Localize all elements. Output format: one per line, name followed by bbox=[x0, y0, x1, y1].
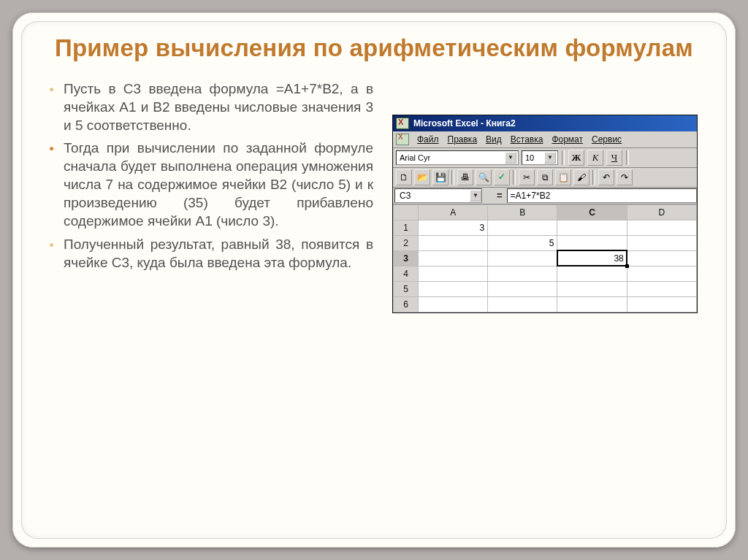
toolbar-separator bbox=[513, 170, 516, 185]
col-header-A[interactable]: A bbox=[419, 204, 488, 220]
slide-content: Пример вычисления по арифметическим форм… bbox=[21, 21, 727, 539]
cell-D1[interactable] bbox=[627, 220, 696, 235]
row-header-3[interactable]: 3 bbox=[394, 250, 419, 266]
excel-column: Microsoft Excel - Книга2 Файл Правка Вид… bbox=[392, 80, 698, 313]
spreadsheet-grid: A B C D 1 3 bbox=[393, 204, 697, 312]
slide-frame: Пример вычисления по арифметическим форм… bbox=[12, 12, 736, 548]
cell-D3[interactable] bbox=[627, 250, 696, 266]
cell-A4[interactable] bbox=[419, 266, 488, 281]
bullet-item: Пусть в С3 введена формула =А1+7*В2, а в… bbox=[47, 80, 373, 134]
formula-value: =A1+7*B2 bbox=[511, 191, 551, 201]
spellcheck-icon[interactable]: ✓ bbox=[494, 169, 510, 185]
cell-D5[interactable] bbox=[627, 281, 696, 296]
row-header-1[interactable]: 1 bbox=[394, 220, 419, 235]
font-toolbar: Arial Cyr ▼ 10 ▼ Ж К Ч bbox=[393, 148, 697, 168]
formula-input[interactable]: =A1+7*B2 bbox=[507, 188, 697, 203]
cell-B2[interactable]: 5 bbox=[488, 235, 557, 250]
format-painter-icon[interactable]: 🖌 bbox=[573, 169, 589, 185]
cell-A3[interactable] bbox=[419, 250, 488, 266]
excel-window: Microsoft Excel - Книга2 Файл Правка Вид… bbox=[392, 115, 698, 313]
cell-B5[interactable] bbox=[488, 281, 557, 296]
menu-file[interactable]: Файл bbox=[413, 133, 443, 146]
bullet-item: Тогда при вычислении по заданной формуле… bbox=[47, 139, 373, 230]
chevron-down-icon[interactable]: ▼ bbox=[470, 190, 481, 202]
content-columns: Пусть в С3 введена формула =А1+7*В2, а в… bbox=[47, 80, 701, 313]
redo-icon[interactable]: ↷ bbox=[617, 169, 633, 185]
text-column: Пусть в С3 введена формула =А1+7*В2, а в… bbox=[47, 80, 373, 276]
cell-D2[interactable] bbox=[627, 235, 696, 250]
toolbar-separator bbox=[592, 170, 595, 185]
excel-window-title: Microsoft Excel - Книга2 bbox=[413, 118, 516, 129]
copy-icon[interactable]: ⧉ bbox=[537, 169, 553, 185]
excel-menubar: Файл Правка Вид Вставка Формат Сервис bbox=[393, 131, 697, 148]
equals-sign: = bbox=[497, 190, 503, 201]
sheet-table: A B C D 1 3 bbox=[393, 204, 697, 312]
col-header-B[interactable]: B bbox=[488, 204, 557, 220]
paste-icon[interactable]: 📋 bbox=[555, 169, 571, 185]
cell-C2[interactable] bbox=[557, 235, 627, 250]
new-file-icon[interactable]: 🗋 bbox=[396, 169, 412, 185]
cell-A1[interactable]: 3 bbox=[419, 220, 488, 235]
cell-B3[interactable] bbox=[488, 250, 557, 266]
open-file-icon[interactable]: 📂 bbox=[414, 169, 430, 185]
cell-A2[interactable] bbox=[419, 235, 488, 250]
underline-button[interactable]: Ч bbox=[606, 150, 622, 166]
cell-D6[interactable] bbox=[627, 296, 696, 312]
select-all-corner[interactable] bbox=[394, 204, 419, 220]
standard-toolbar: 🗋 📂 💾 🖶 🔍 ✓ ✂ ⧉ 📋 🖌 ↶ bbox=[393, 168, 697, 188]
undo-icon[interactable]: ↶ bbox=[598, 169, 614, 185]
bullet-item: Полученный результат, равный 38, появитс… bbox=[47, 235, 373, 272]
equals-zone: = =A1+7*B2 bbox=[484, 188, 697, 203]
formula-bar: C3 ▼ = =A1+7*B2 bbox=[393, 188, 697, 204]
name-box-value: C3 bbox=[400, 191, 411, 201]
row-header-5[interactable]: 5 bbox=[394, 281, 419, 296]
cell-A6[interactable] bbox=[419, 296, 488, 312]
excel-icon bbox=[396, 118, 409, 129]
preview-icon[interactable]: 🔍 bbox=[476, 169, 492, 185]
font-size-value: 10 bbox=[525, 153, 534, 162]
toolbar-separator bbox=[626, 150, 629, 165]
row-header-2[interactable]: 2 bbox=[394, 235, 419, 250]
slide-title: Пример вычисления по арифметическим форм… bbox=[47, 34, 701, 62]
cell-C5[interactable] bbox=[557, 281, 627, 296]
cell-B1[interactable] bbox=[488, 220, 557, 235]
cell-B6[interactable] bbox=[488, 296, 557, 312]
print-icon[interactable]: 🖶 bbox=[457, 169, 473, 185]
chevron-down-icon[interactable]: ▼ bbox=[505, 152, 516, 164]
bold-button[interactable]: Ж bbox=[568, 150, 584, 166]
cell-B4[interactable] bbox=[488, 266, 557, 281]
col-header-D[interactable]: D bbox=[627, 204, 696, 220]
italic-button[interactable]: К bbox=[587, 150, 603, 166]
menu-tools[interactable]: Сервис bbox=[588, 133, 625, 146]
cell-D4[interactable] bbox=[627, 266, 696, 281]
cell-C1[interactable] bbox=[557, 220, 627, 235]
bullet-list: Пусть в С3 введена формула =А1+7*В2, а в… bbox=[47, 80, 373, 272]
font-name-select[interactable]: Arial Cyr ▼ bbox=[396, 150, 519, 165]
name-box[interactable]: C3 ▼ bbox=[394, 188, 482, 203]
row-header-4[interactable]: 4 bbox=[394, 266, 419, 281]
cell-C3[interactable]: 38 bbox=[557, 250, 627, 266]
font-name-value: Arial Cyr bbox=[400, 153, 430, 162]
toolbar-separator bbox=[451, 170, 454, 185]
save-icon[interactable]: 💾 bbox=[432, 169, 449, 185]
menu-format[interactable]: Формат bbox=[548, 133, 587, 146]
col-header-C[interactable]: C bbox=[557, 204, 627, 220]
excel-doc-icon bbox=[396, 134, 409, 145]
chevron-down-icon[interactable]: ▼ bbox=[544, 152, 556, 164]
cell-C6[interactable] bbox=[557, 296, 627, 312]
menu-insert[interactable]: Вставка bbox=[507, 133, 547, 146]
font-size-select[interactable]: 10 ▼ bbox=[522, 150, 558, 165]
cell-C4[interactable] bbox=[557, 266, 627, 281]
cut-icon[interactable]: ✂ bbox=[519, 169, 535, 185]
toolbar-separator bbox=[562, 150, 565, 165]
menu-edit[interactable]: Правка bbox=[444, 133, 481, 146]
row-header-6[interactable]: 6 bbox=[394, 296, 419, 312]
cell-A5[interactable] bbox=[419, 281, 488, 296]
excel-titlebar: Microsoft Excel - Книга2 bbox=[393, 115, 697, 131]
menu-view[interactable]: Вид bbox=[482, 133, 505, 146]
